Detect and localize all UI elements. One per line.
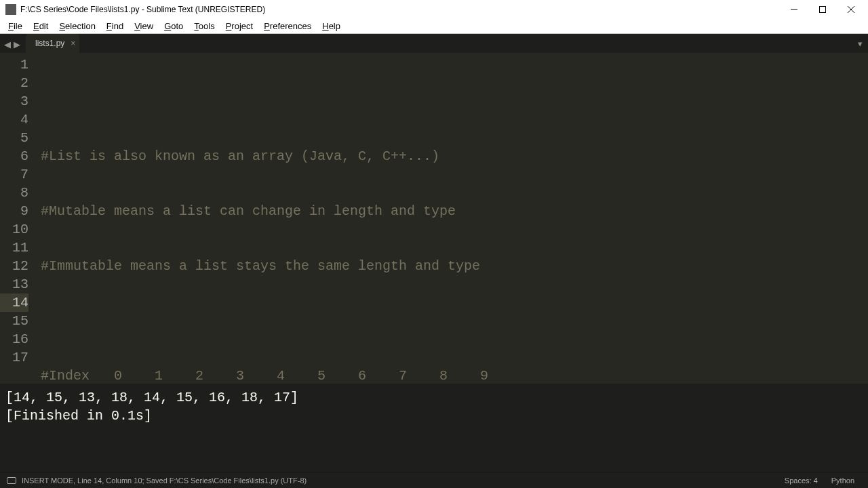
close-icon <box>848 6 854 13</box>
code-line: #Index 0 1 2 3 4 5 6 7 8 9 <box>41 367 868 384</box>
console-line: [14, 15, 13, 18, 14, 15, 16, 18, 17] <box>5 390 298 405</box>
code-line <box>41 312 868 330</box>
code-line: #Mutable means a list can change in leng… <box>41 202 868 220</box>
maximize-button[interactable] <box>808 0 837 19</box>
tab-strip: ◀ ▶ lists1.py × ▾ <box>0 34 868 53</box>
keyboard-icon[interactable] <box>7 477 16 484</box>
menu-view[interactable]: View <box>129 20 159 33</box>
menu-selection[interactable]: Selection <box>54 20 100 33</box>
menu-file[interactable]: File <box>3 20 28 33</box>
title-bar: F:\CS Series\Code Files\lists1.py - Subl… <box>0 0 868 19</box>
status-bar: INSERT MODE, Line 14, Column 10; Saved F… <box>0 472 868 488</box>
status-syntax[interactable]: Python <box>825 476 861 485</box>
tab-file[interactable]: lists1.py × <box>26 34 79 53</box>
minimize-icon <box>791 6 797 13</box>
tab-menu-icon[interactable]: ▾ <box>858 39 863 49</box>
editor[interactable]: 1234567891011121314151617 #List is also … <box>0 53 868 384</box>
code-line: #Immutable means a list stays the same l… <box>41 257 868 275</box>
svg-rect-1 <box>820 7 826 13</box>
code-area[interactable]: #List is also known as an array (Java, C… <box>35 53 868 384</box>
menu-preferences[interactable]: Preferences <box>258 20 317 33</box>
app-icon <box>5 4 16 15</box>
menu-help[interactable]: Help <box>317 20 346 33</box>
menu-find[interactable]: Find <box>101 20 129 33</box>
maximize-icon <box>819 6 826 13</box>
gutter: 1234567891011121314151617 <box>0 53 35 384</box>
tab-forward-icon[interactable]: ▶ <box>14 39 22 47</box>
code-line: #List is also known as an array (Java, C… <box>41 147 868 165</box>
menu-goto[interactable]: Goto <box>159 20 189 33</box>
window-title: F:\CS Series\Code Files\lists1.py - Subl… <box>20 5 780 14</box>
menu-bar: File Edit Selection Find View Goto Tools… <box>0 19 868 34</box>
console-line: [Finished in 0.1s] <box>5 408 152 424</box>
menu-edit[interactable]: Edit <box>28 20 54 33</box>
menu-project[interactable]: Project <box>220 20 258 33</box>
tab-label: lists1.py <box>35 39 64 48</box>
tab-nav: ◀ ▶ <box>0 39 26 47</box>
menu-tools[interactable]: Tools <box>189 20 220 33</box>
window-controls <box>780 0 865 19</box>
status-indent[interactable]: Spaces: 4 <box>778 476 825 485</box>
tab-back-icon[interactable]: ◀ <box>4 39 12 47</box>
minimize-button[interactable] <box>780 0 808 19</box>
code-line <box>41 92 868 110</box>
status-mode: INSERT MODE, Line 14, Column 10; Saved F… <box>22 476 307 485</box>
build-output[interactable]: [14, 15, 13, 18, 14, 15, 16, 18, 17] [Fi… <box>0 384 868 472</box>
tab-close-icon[interactable]: × <box>71 39 75 48</box>
close-button[interactable] <box>837 0 865 19</box>
